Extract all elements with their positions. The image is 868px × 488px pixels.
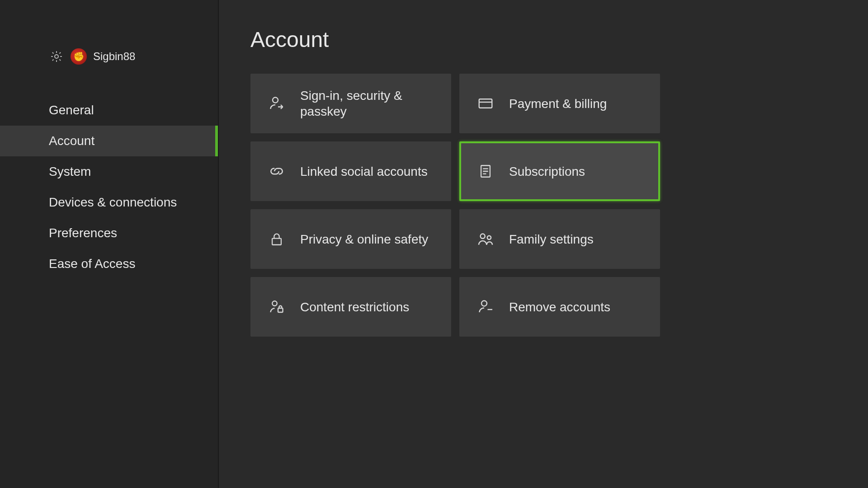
- sidebar-nav: General Account System Devices & connect…: [0, 95, 218, 279]
- link-icon: [268, 162, 286, 180]
- sidebar-item-general[interactable]: General: [0, 95, 218, 126]
- lock-icon: [268, 230, 286, 248]
- tile-payment-billing[interactable]: Payment & billing: [459, 74, 660, 133]
- page-title: Account: [250, 27, 868, 52]
- sidebar-item-label: Account: [49, 134, 94, 148]
- sidebar-item-account[interactable]: Account: [0, 126, 218, 156]
- sidebar-item-label: Devices & connections: [49, 195, 177, 209]
- svg-point-9: [481, 301, 487, 306]
- receipt-icon: [476, 162, 495, 180]
- tile-label: Family settings: [509, 231, 594, 247]
- tile-subscriptions[interactable]: Subscriptions: [459, 141, 660, 201]
- person-minus-icon: [476, 298, 495, 316]
- svg-rect-4: [272, 239, 281, 245]
- sidebar: ✊ Sigbin88 General Account System Device…: [0, 0, 219, 488]
- tile-signin-security[interactable]: Sign-in, security & passkey: [250, 74, 451, 133]
- svg-point-7: [272, 301, 277, 306]
- sidebar-header: ✊ Sigbin88: [0, 0, 218, 77]
- tile-label: Linked social accounts: [300, 164, 428, 179]
- person-lock-icon: [268, 298, 286, 316]
- tile-content-restrictions[interactable]: Content restrictions: [250, 277, 451, 337]
- tiles-grid: Sign-in, security & passkey Payment & bi…: [250, 74, 868, 337]
- svg-point-5: [481, 234, 485, 239]
- person-arrow-icon: [268, 94, 286, 113]
- svg-rect-2: [479, 99, 492, 108]
- username: Sigbin88: [93, 50, 135, 63]
- tile-label: Remove accounts: [509, 299, 610, 315]
- tile-family-settings[interactable]: Family settings: [459, 209, 660, 269]
- sidebar-item-label: System: [49, 164, 91, 178]
- tile-label: Sign-in, security & passkey: [300, 88, 434, 119]
- sidebar-item-devices[interactable]: Devices & connections: [0, 187, 218, 218]
- tile-remove-accounts[interactable]: Remove accounts: [459, 277, 660, 337]
- tile-label: Subscriptions: [509, 164, 585, 179]
- sidebar-item-preferences[interactable]: Preferences: [0, 218, 218, 249]
- tile-label: Content restrictions: [300, 299, 409, 315]
- sidebar-item-system[interactable]: System: [0, 156, 218, 187]
- svg-rect-8: [278, 308, 283, 312]
- svg-point-0: [55, 55, 58, 58]
- sidebar-item-ease-of-access[interactable]: Ease of Access: [0, 249, 218, 279]
- sidebar-item-label: Ease of Access: [49, 257, 135, 271]
- tile-label: Privacy & online safety: [300, 231, 428, 247]
- sidebar-item-label: General: [49, 103, 94, 117]
- tile-privacy-safety[interactable]: Privacy & online safety: [250, 209, 451, 269]
- svg-point-1: [273, 98, 278, 103]
- gear-icon: [49, 49, 64, 64]
- svg-point-6: [487, 236, 491, 239]
- credit-card-icon: [476, 94, 495, 113]
- avatar: ✊: [71, 48, 87, 65]
- people-icon: [476, 230, 495, 248]
- main-content: Account Sign-in, security & passkey Paym…: [219, 0, 868, 488]
- sidebar-item-label: Preferences: [49, 226, 117, 240]
- tile-linked-social[interactable]: Linked social accounts: [250, 141, 451, 201]
- tile-label: Payment & billing: [509, 96, 607, 112]
